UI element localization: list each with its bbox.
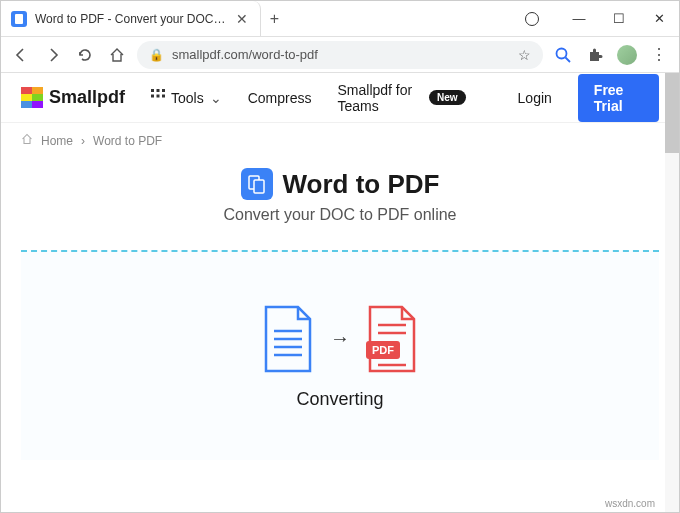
minimize-button[interactable]: —	[559, 11, 599, 26]
brand-name: Smallpdf	[49, 87, 125, 108]
brand-logo[interactable]: Smallpdf	[21, 87, 125, 109]
svg-line-3	[566, 57, 571, 62]
lock-icon: 🔒	[149, 48, 164, 62]
breadcrumb: Home › Word to PDF	[1, 123, 679, 158]
logo-mark-icon	[21, 87, 43, 109]
forward-button[interactable]	[41, 43, 65, 67]
free-trial-button[interactable]: Free Trial	[578, 74, 659, 122]
window-controls: — ☐ ✕	[525, 1, 679, 36]
maximize-button[interactable]: ☐	[599, 11, 639, 26]
nav-compress-label: Compress	[248, 90, 312, 106]
nav-teams[interactable]: Smallpdf for Teams New	[338, 82, 466, 114]
new-tab-button[interactable]: +	[261, 1, 289, 36]
address-bar[interactable]: 🔒 smallpdf.com/word-to-pdf ☆	[137, 41, 543, 69]
tab-title: Word to PDF - Convert your DOC…	[35, 12, 226, 26]
hero: Word to PDF Convert your DOC to PDF onli…	[1, 158, 679, 240]
home-button[interactable]	[105, 43, 129, 67]
tab-favicon-icon	[11, 11, 27, 27]
convert-dropzone[interactable]: → PDF Converting	[21, 250, 659, 460]
svg-rect-6	[162, 89, 165, 92]
convert-status: Converting	[296, 389, 383, 410]
page-content: Smallpdf Tools ⌄ Compress Smallpdf for T…	[1, 73, 679, 513]
convert-graphic: → PDF	[258, 303, 422, 375]
menu-icon[interactable]: ⋮	[647, 43, 671, 67]
tab-close-icon[interactable]: ✕	[234, 11, 250, 27]
scrollbar[interactable]	[665, 73, 679, 513]
bookmark-star-icon[interactable]: ☆	[518, 47, 531, 63]
close-window-button[interactable]: ✕	[639, 11, 679, 26]
page-title: Word to PDF	[283, 169, 440, 200]
pdf-file-icon: PDF	[362, 303, 422, 375]
nav-teams-label: Smallpdf for Teams	[338, 82, 424, 114]
breadcrumb-sep: ›	[81, 134, 85, 148]
svg-rect-9	[162, 95, 165, 98]
svg-rect-7	[151, 95, 154, 98]
profile-avatar[interactable]	[615, 43, 639, 67]
svg-rect-8	[157, 95, 160, 98]
svg-text:PDF: PDF	[372, 344, 394, 356]
scrollbar-thumb[interactable]	[665, 73, 679, 153]
page-subtitle: Convert your DOC to PDF online	[1, 206, 679, 224]
word-to-pdf-icon	[241, 168, 273, 200]
account-circle-icon[interactable]	[525, 12, 539, 26]
svg-rect-1	[15, 14, 23, 24]
watermark: wsxdn.com	[605, 498, 655, 509]
svg-point-2	[557, 48, 567, 58]
nav-tools[interactable]: Tools ⌄	[151, 89, 222, 106]
svg-rect-5	[157, 89, 160, 92]
browser-tab[interactable]: Word to PDF - Convert your DOC… ✕	[1, 1, 261, 36]
svg-rect-11	[254, 180, 264, 193]
arrow-right-icon: →	[330, 327, 350, 350]
window-titlebar: Word to PDF - Convert your DOC… ✕ + — ☐ …	[1, 1, 679, 37]
nav-tools-label: Tools	[171, 90, 204, 106]
browser-toolbar: 🔒 smallpdf.com/word-to-pdf ☆ ⋮	[1, 37, 679, 73]
site-header: Smallpdf Tools ⌄ Compress Smallpdf for T…	[1, 73, 679, 123]
url-text: smallpdf.com/word-to-pdf	[172, 47, 510, 62]
breadcrumb-home[interactable]: Home	[41, 134, 73, 148]
chevron-down-icon: ⌄	[210, 90, 222, 106]
nav-login-label: Login	[518, 90, 552, 106]
svg-rect-4	[151, 89, 154, 92]
search-icon[interactable]	[551, 43, 575, 67]
doc-file-icon	[258, 303, 318, 375]
nav-login[interactable]: Login	[518, 90, 552, 106]
extensions-icon[interactable]	[583, 43, 607, 67]
reload-button[interactable]	[73, 43, 97, 67]
back-button[interactable]	[9, 43, 33, 67]
home-icon	[21, 133, 33, 148]
breadcrumb-current: Word to PDF	[93, 134, 162, 148]
grid-icon	[151, 89, 165, 106]
nav-compress[interactable]: Compress	[248, 90, 312, 106]
new-badge: New	[429, 90, 466, 105]
